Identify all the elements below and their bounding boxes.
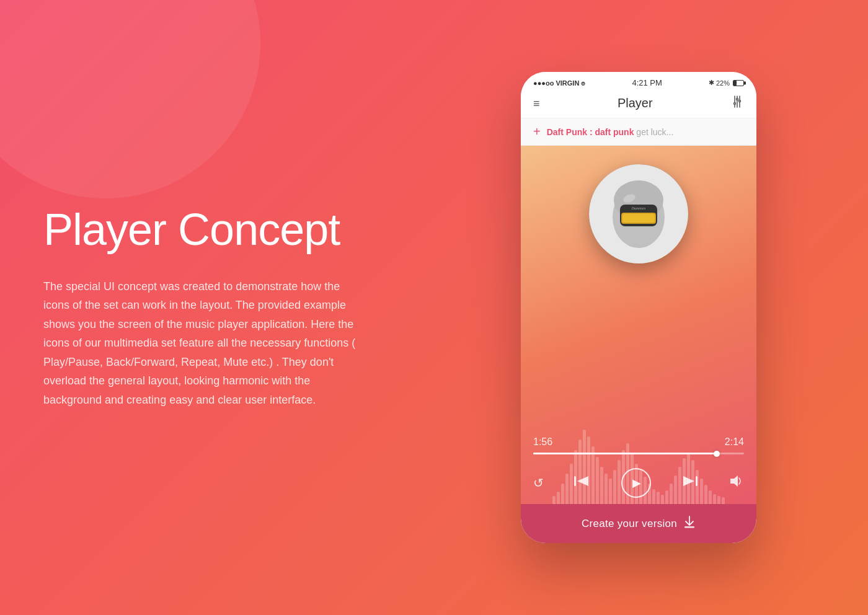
nav-bar: ≡ Player <box>521 91 756 118</box>
prev-icon <box>574 475 590 491</box>
status-battery: ✱ 22% <box>709 79 744 87</box>
battery-pct: 22% <box>716 79 730 87</box>
status-carrier: ●●●oo VIRGIN ⌾ <box>533 79 585 87</box>
progress-thumb[interactable] <box>714 451 720 457</box>
nav-title: Player <box>618 96 653 110</box>
repeat-icon: ↺ <box>533 476 544 490</box>
repeat-button[interactable]: ↺ <box>533 476 544 490</box>
next-button[interactable] <box>681 475 698 491</box>
status-bar: ●●●oo VIRGIN ⌾ 4:21 PM ✱ 22% <box>521 72 756 91</box>
bluetooth-icon: ✱ <box>709 79 714 87</box>
svg-marker-21 <box>730 476 738 487</box>
cta-text: Create your version <box>582 518 677 530</box>
hamburger-icon[interactable]: ≡ <box>533 98 540 109</box>
cta-download-icon <box>683 515 696 532</box>
carrier-text: ●●●oo VIRGIN <box>533 79 579 87</box>
progress-bar[interactable] <box>533 453 744 454</box>
play-icon: ▶ <box>632 476 641 490</box>
time-row: 1:56 2:14 <box>533 436 744 448</box>
album-art: Dummies <box>589 164 688 263</box>
settings-icon[interactable] <box>730 95 744 112</box>
svg-rect-17 <box>574 476 576 486</box>
progress-section: 1:56 2:14 <box>521 436 756 454</box>
add-track-icon[interactable]: + <box>533 125 541 139</box>
waveform-bar <box>722 497 725 504</box>
controls-section: ↺ ▶ <box>521 468 756 498</box>
time-current: 1:56 <box>533 436 552 448</box>
page-title: Player Concept <box>43 205 366 254</box>
cta-section[interactable]: Create your version <box>521 504 756 543</box>
svg-marker-18 <box>577 476 588 486</box>
page-description: The special UI concept was created to de… <box>43 277 366 410</box>
track-artist: Daft Punk : daft punk <box>547 127 634 137</box>
svg-text:Dummies: Dummies <box>631 206 646 210</box>
battery-icon <box>733 80 744 86</box>
progress-fill <box>533 453 717 454</box>
time-total: 2:14 <box>725 436 744 448</box>
wifi-icon: ⌾ <box>581 79 585 87</box>
svg-rect-14 <box>622 214 655 223</box>
next-icon <box>681 475 698 491</box>
svg-rect-22 <box>684 526 694 528</box>
status-time: 4:21 PM <box>632 78 662 87</box>
left-panel: Player Concept The special UI concept wa… <box>0 0 409 615</box>
volume-button[interactable] <box>728 474 744 492</box>
track-name: Daft Punk : daft punk get luck... <box>547 127 674 137</box>
track-info-bar: + Daft Punk : daft punk get luck... <box>521 118 756 146</box>
play-button[interactable]: ▶ <box>621 468 651 498</box>
track-song-rest: get luck... <box>636 127 673 137</box>
svg-rect-19 <box>696 476 698 486</box>
svg-marker-20 <box>683 476 694 486</box>
prev-button[interactable] <box>574 475 590 491</box>
phone-frame: ●●●oo VIRGIN ⌾ 4:21 PM ✱ 22% ≡ Player <box>521 72 756 543</box>
player-main: Dummies 1:56 2:14 ↺ <box>521 146 756 504</box>
album-art-container: Dummies <box>589 164 688 263</box>
right-panel: ●●●oo VIRGIN ⌾ 4:21 PM ✱ 22% ≡ Player <box>409 0 868 615</box>
volume-icon <box>728 474 744 492</box>
